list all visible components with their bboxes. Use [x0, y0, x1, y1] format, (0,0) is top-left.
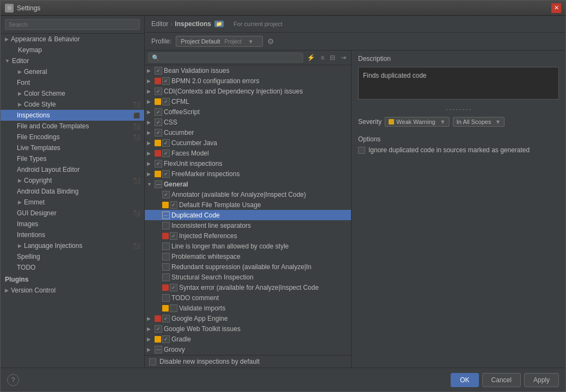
sidebar-item-file-encodings[interactable]: File Encodings ⬛ — [1, 132, 144, 142]
checkbox[interactable] — [162, 242, 170, 250]
sidebar-item-general[interactable]: ▶ General — [1, 66, 144, 77]
checkbox[interactable]: ✓ — [155, 67, 162, 74]
sidebar-item-keymap[interactable]: Keymap — [1, 45, 144, 55]
tree-row[interactable]: ▶ ✓ Faces Model — [145, 148, 351, 158]
tree-row[interactable]: ▶ — Groovy — [145, 344, 351, 354]
option-checkbox[interactable] — [358, 147, 365, 154]
severity-select[interactable]: Weak Warning ▼ — [385, 117, 449, 127]
sidebar-item-color-scheme[interactable]: ▶ Color Scheme — [1, 88, 144, 99]
checkbox[interactable] — [162, 273, 170, 281]
sidebar-item-live-templates[interactable]: Live Templates — [1, 142, 144, 153]
filter-button[interactable]: ⚡ — [305, 53, 317, 63]
checkbox[interactable]: ✓ — [162, 139, 170, 147]
tree-row[interactable]: ✓ Default File Template Usage — [145, 200, 351, 210]
checkbox[interactable] — [162, 263, 170, 271]
sidebar-item-android-layout[interactable]: Android Layout Editor — [1, 164, 144, 175]
tree-row[interactable]: ✓ Annotator (available for Analyze|Inspe… — [145, 189, 351, 200]
disable-new-checkbox[interactable] — [149, 358, 156, 365]
sidebar-item-editor[interactable]: ▼ Editor — [1, 55, 144, 66]
checkbox[interactable]: — — [162, 211, 170, 219]
tree-row[interactable]: ▶ ✓ BPMN 2.0 configuration errors — [145, 76, 351, 86]
tree-search-input[interactable] — [148, 53, 303, 63]
checkbox[interactable]: ✓ — [155, 160, 162, 167]
checkbox[interactable]: — — [155, 346, 162, 353]
sidebar-item-intentions[interactable]: Intentions — [1, 229, 144, 240]
tree-row[interactable]: ▶ ✓ CFML — [145, 96, 351, 107]
sidebar-item-appearance[interactable]: ▶ Appearance & Behavior — [1, 34, 144, 45]
sidebar-item-file-types[interactable]: File Types — [1, 153, 144, 164]
sidebar-item-font[interactable]: Font — [1, 77, 144, 88]
checkbox[interactable]: ✓ — [162, 191, 170, 198]
apply-button[interactable]: Apply — [524, 373, 559, 387]
sidebar-item-inspections[interactable]: Inspections ⬛ — [1, 110, 144, 121]
collapse-all-button[interactable]: ⊟ — [328, 53, 337, 63]
checkbox[interactable]: ✓ — [162, 170, 170, 178]
tree-row[interactable]: ▶ ✓ Google Web Toolkit issues — [145, 323, 351, 334]
tree-row[interactable]: ▶ ✓ Cucumber — [145, 127, 351, 138]
sidebar-item-images[interactable]: Images — [1, 219, 144, 229]
sidebar-item-lang-injections[interactable]: ▶ Language Injections ⬛ — [1, 240, 144, 251]
checkbox[interactable] — [170, 304, 177, 312]
checkbox[interactable]: ✓ — [170, 201, 177, 209]
copy-icon: ⬛ — [133, 113, 140, 119]
tree-row[interactable]: Validate imports — [145, 303, 351, 313]
sidebar-item-version-control[interactable]: ▶ Version Control — [1, 285, 144, 296]
tree-row[interactable]: ✓ Syntax error (available for Analyze|In… — [145, 282, 351, 293]
sidebar-search-input[interactable] — [5, 19, 140, 30]
checkbox[interactable] — [162, 294, 170, 302]
checkbox[interactable]: ✓ — [170, 232, 177, 240]
tree-row-duplicated-code[interactable]: — Duplicated Code — [145, 210, 351, 220]
sidebar-item-copyright[interactable]: ▶ Copyright ⬛ — [1, 175, 144, 186]
gear-icon[interactable]: ⚙ — [267, 37, 274, 46]
checkbox[interactable]: ✓ — [155, 88, 162, 95]
tree-row[interactable]: TODO comment — [145, 293, 351, 303]
profile-label: Profile: — [151, 38, 171, 45]
checkbox[interactable]: ✓ — [162, 77, 170, 85]
checkbox[interactable]: ✓ — [155, 325, 162, 333]
tree-row[interactable]: Redundant suppression (available for Ana… — [145, 262, 351, 272]
sidebar-item-todo[interactable]: TODO — [1, 262, 144, 273]
checkbox[interactable]: ✓ — [155, 119, 162, 126]
checkbox[interactable] — [162, 222, 170, 229]
sidebar-item-spelling[interactable]: Spelling — [1, 251, 144, 262]
tree-row[interactable]: Inconsistent line separators — [145, 220, 351, 231]
tree-row[interactable]: ▶ ✓ CSS — [145, 117, 351, 127]
tree-row[interactable]: ▶ ✓ Gradle — [145, 334, 351, 344]
sidebar-item-code-style[interactable]: ▶ Code Style ⬛ — [1, 99, 144, 110]
checkbox[interactable]: — — [155, 181, 162, 188]
checkbox[interactable]: ✓ — [162, 315, 170, 322]
expand-all-button[interactable]: ≡ — [319, 53, 326, 63]
ok-button[interactable]: OK — [451, 373, 478, 387]
sidebar-item-file-code-templates[interactable]: File and Code Templates ⬛ — [1, 121, 144, 132]
tree-row[interactable]: Line is longer than allowed by code styl… — [145, 241, 351, 251]
sidebar-item-plugins[interactable]: Plugins — [1, 274, 144, 285]
row-label: Redundant suppression (available for Ana… — [171, 263, 349, 271]
checkbox[interactable]: ✓ — [162, 98, 170, 105]
tree-row[interactable]: ▶ ✓ FlexUnit inspections — [145, 158, 351, 169]
checkbox[interactable]: ✓ — [162, 150, 170, 157]
export-button[interactable]: ⇥ — [339, 53, 348, 63]
tree-row[interactable]: ▶ ✓ CoffeeScript — [145, 107, 351, 117]
scope-select[interactable]: In All Scopes ▼ — [453, 117, 505, 127]
tree-row[interactable]: ✓ Injected References — [145, 231, 351, 241]
checkbox[interactable]: ✓ — [155, 129, 162, 136]
cancel-button[interactable]: Cancel — [482, 373, 521, 387]
tree-row[interactable]: ▶ ✓ Bean Validation issues — [145, 65, 351, 76]
checkbox[interactable] — [162, 253, 170, 260]
tree-row-general[interactable]: ▼ — General — [145, 179, 351, 189]
sidebar-item-emmet[interactable]: ▶ Emmet — [1, 197, 144, 208]
tree-row[interactable]: Problematic whitespace — [145, 251, 351, 262]
close-button[interactable]: ✕ — [551, 3, 561, 13]
checkbox[interactable]: ✓ — [170, 284, 177, 291]
sidebar-item-gui-designer[interactable]: GUI Designer ⬛ — [1, 208, 144, 219]
tree-row[interactable]: ▶ ✓ Google App Engine — [145, 313, 351, 323]
checkbox[interactable]: ✓ — [155, 108, 162, 116]
tree-row[interactable]: Structural Search Inspection — [145, 272, 351, 282]
sidebar-item-android-data[interactable]: Android Data Binding — [1, 186, 144, 197]
checkbox[interactable]: ✓ — [162, 335, 170, 343]
profile-select[interactable]: Project Default Project ▼ — [176, 36, 263, 47]
tree-row[interactable]: ▶ ✓ FreeMarker inspections — [145, 169, 351, 179]
tree-row[interactable]: ▶ ✓ Cucumber Java — [145, 138, 351, 148]
help-button[interactable]: ? — [7, 374, 19, 386]
tree-row[interactable]: ▶ ✓ CDI(Contexts and Dependency Injectio… — [145, 86, 351, 96]
